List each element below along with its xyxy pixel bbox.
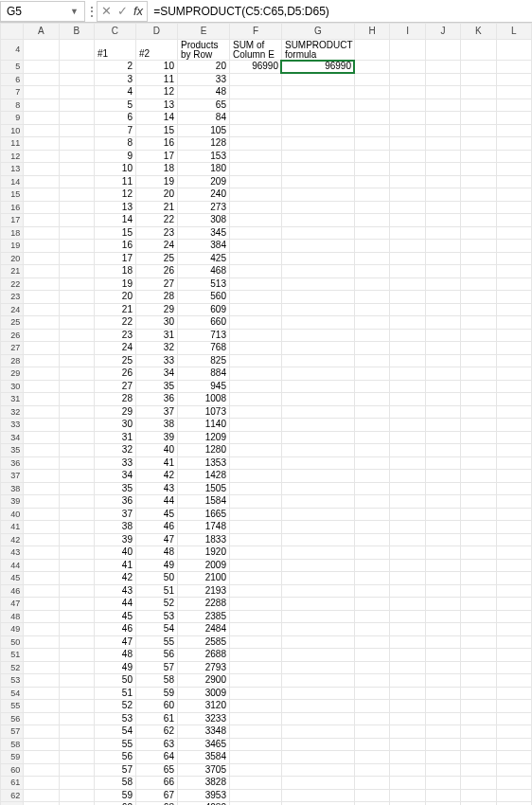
cell[interactable]: 3120 <box>177 700 229 713</box>
cell[interactable] <box>390 124 425 137</box>
cell[interactable]: 40 <box>94 546 135 560</box>
cell[interactable] <box>229 777 281 790</box>
cell[interactable]: 3705 <box>177 763 229 777</box>
row-header[interactable]: 42 <box>1 533 24 546</box>
cell[interactable] <box>24 712 59 725</box>
cell[interactable] <box>496 303 531 316</box>
cell[interactable] <box>425 277 460 291</box>
row-header[interactable]: 13 <box>1 163 24 176</box>
cell[interactable]: 14 <box>94 214 135 227</box>
cell[interactable] <box>461 175 496 188</box>
fx-icon[interactable]: fx <box>133 4 143 18</box>
cell[interactable]: 50 <box>94 674 135 688</box>
cell[interactable] <box>281 802 354 806</box>
cell[interactable] <box>354 687 389 700</box>
cell[interactable] <box>354 725 389 739</box>
column-header[interactable]: H <box>354 24 389 40</box>
cell[interactable] <box>390 763 425 777</box>
cell[interactable] <box>281 188 354 202</box>
cell[interactable] <box>24 40 59 61</box>
cell[interactable] <box>24 316 59 330</box>
formula-input[interactable]: =SUMPRODUCT(C5:C65,D5:D65) <box>148 5 532 18</box>
cell[interactable] <box>24 252 59 265</box>
cell[interactable] <box>281 456 354 470</box>
cell[interactable] <box>390 419 425 432</box>
row-header[interactable]: 60 <box>1 763 24 777</box>
cell[interactable] <box>281 175 354 188</box>
cell[interactable] <box>59 419 94 432</box>
cell[interactable] <box>461 405 496 419</box>
cell[interactable]: 1140 <box>177 419 229 432</box>
cell[interactable] <box>24 508 59 521</box>
cell[interactable] <box>461 150 496 163</box>
cell[interactable] <box>354 419 389 432</box>
cell[interactable] <box>281 393 354 406</box>
cell[interactable] <box>354 533 389 546</box>
cell[interactable] <box>229 482 281 495</box>
cell[interactable] <box>229 572 281 585</box>
cell[interactable] <box>24 124 59 137</box>
cell[interactable] <box>390 725 425 739</box>
cell[interactable] <box>496 521 531 534</box>
cell[interactable]: 1833 <box>177 533 229 546</box>
cell[interactable] <box>354 751 389 764</box>
cell[interactable] <box>24 380 59 393</box>
cell[interactable] <box>390 112 425 125</box>
cell[interactable] <box>229 188 281 202</box>
cell[interactable] <box>281 738 354 751</box>
cell[interactable] <box>281 86 354 99</box>
cell[interactable] <box>390 456 425 470</box>
cell[interactable]: 42 <box>135 470 177 483</box>
cell[interactable] <box>354 482 389 495</box>
cell[interactable]: 4080 <box>177 802 229 806</box>
cell[interactable] <box>496 226 531 240</box>
cell[interactable] <box>425 40 460 61</box>
cell[interactable] <box>425 124 460 137</box>
cell[interactable] <box>496 546 531 560</box>
cell[interactable] <box>461 777 496 790</box>
cell[interactable]: 20 <box>94 291 135 304</box>
cell[interactable] <box>24 495 59 509</box>
cell[interactable] <box>390 584 425 598</box>
cell[interactable] <box>229 725 281 739</box>
cell[interactable] <box>229 303 281 316</box>
cell[interactable] <box>229 137 281 151</box>
cell[interactable]: 96990 <box>229 61 281 74</box>
cell[interactable] <box>461 649 496 662</box>
cell[interactable] <box>24 470 59 483</box>
cell[interactable] <box>461 329 496 342</box>
cell[interactable] <box>229 240 281 253</box>
cell[interactable] <box>496 700 531 713</box>
row-header[interactable]: 20 <box>1 252 24 265</box>
row-header[interactable]: 54 <box>1 687 24 700</box>
cell[interactable] <box>390 649 425 662</box>
cell[interactable] <box>390 802 425 806</box>
cell[interactable] <box>24 789 59 802</box>
cell[interactable]: 23 <box>135 226 177 240</box>
cell[interactable]: 41 <box>135 456 177 470</box>
cell[interactable]: 9 <box>94 150 135 163</box>
cell[interactable] <box>461 635 496 649</box>
cell[interactable] <box>59 738 94 751</box>
cell[interactable]: 20 <box>177 61 229 74</box>
cell[interactable] <box>281 521 354 534</box>
row-header[interactable]: 9 <box>1 112 24 125</box>
cell[interactable] <box>496 112 531 125</box>
cell[interactable] <box>281 777 354 790</box>
cell[interactable] <box>354 188 389 202</box>
cell[interactable] <box>229 291 281 304</box>
cell[interactable]: 30 <box>135 316 177 330</box>
cell[interactable] <box>461 763 496 777</box>
column-header[interactable]: F <box>229 24 281 40</box>
cell[interactable]: 105 <box>177 124 229 137</box>
cell[interactable] <box>59 303 94 316</box>
cell[interactable]: 2193 <box>177 584 229 598</box>
cell[interactable] <box>425 419 460 432</box>
cell[interactable] <box>24 329 59 342</box>
cell[interactable]: 26 <box>135 265 177 278</box>
cell[interactable] <box>281 291 354 304</box>
cell[interactable] <box>281 649 354 662</box>
cell[interactable]: 4 <box>94 86 135 99</box>
cell[interactable] <box>461 342 496 355</box>
cell[interactable] <box>390 277 425 291</box>
